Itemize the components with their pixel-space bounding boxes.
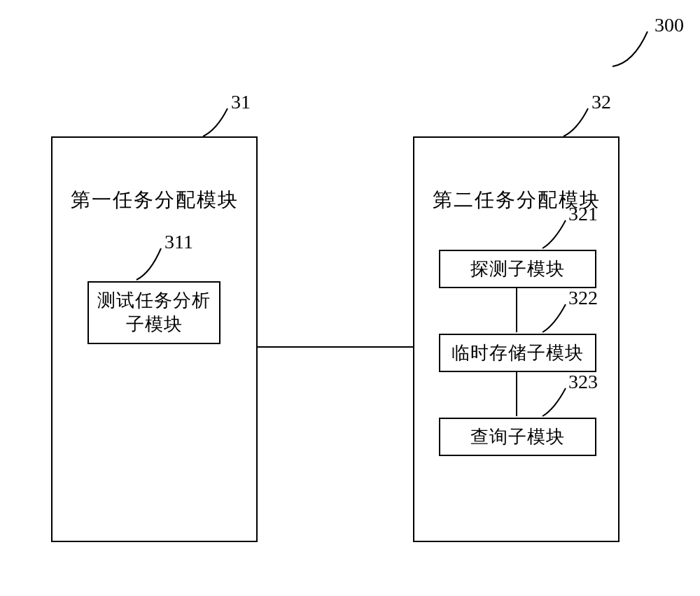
label-31: 31 <box>231 91 251 113</box>
label-311: 311 <box>164 231 193 253</box>
label-321: 321 <box>568 203 598 225</box>
module-31: 第一任务分配模块 测试任务分析子模块 <box>51 136 258 542</box>
label-322: 322 <box>568 287 598 309</box>
sub-311-label: 测试任务分析子模块 <box>89 289 219 336</box>
connector-31-32 <box>258 346 413 348</box>
connector-322-323 <box>516 371 517 416</box>
diagram-canvas: 300 第一任务分配模块 测试任务分析子模块 31 311 第二任务分配模块 探… <box>0 0 700 596</box>
sub-323-label: 查询子模块 <box>470 425 565 449</box>
module-31-title: 第一任务分配模块 <box>52 187 256 213</box>
sub-322-label: 临时存储子模块 <box>451 341 584 365</box>
connector-321-322 <box>516 287 517 332</box>
sub-322: 临时存储子模块 <box>439 334 596 372</box>
sub-311: 测试任务分析子模块 <box>88 281 220 344</box>
label-32: 32 <box>592 91 611 113</box>
sub-323: 查询子模块 <box>439 418 596 456</box>
label-323: 323 <box>568 371 598 393</box>
label-300: 300 <box>654 14 684 36</box>
sub-321: 探测子模块 <box>439 250 596 288</box>
sub-321-label: 探测子模块 <box>470 257 565 281</box>
module-32: 第二任务分配模块 探测子模块 临时存储子模块 查询子模块 <box>413 136 620 542</box>
